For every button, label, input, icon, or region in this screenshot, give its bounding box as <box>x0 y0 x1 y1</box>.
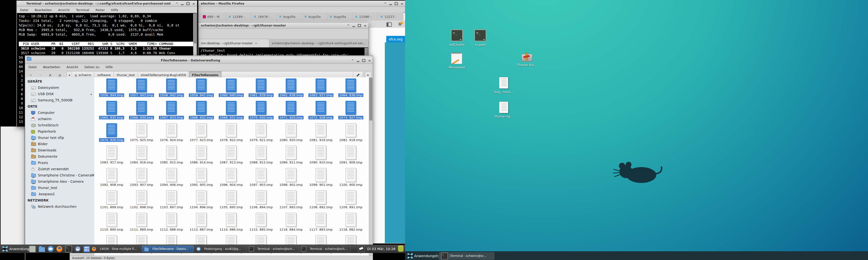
thunar-menubar[interactable]: DateiBearbeitenAnsichtGehen zuHilfe <box>25 64 373 71</box>
menu-item-datei[interactable]: Datei <box>20 8 28 12</box>
maximize-button[interactable] <box>186 2 189 5</box>
file-item-1095-905-tmp[interactable]: 1095. 905.tmp <box>186 168 216 190</box>
close-button[interactable]: × <box>401 2 403 5</box>
show-desktop-launcher-icon[interactable] <box>29 246 36 253</box>
file-item-1105-895-tmp[interactable]: 1105. 895.tmp <box>216 190 246 213</box>
sidebar-item-bilder[interactable]: Bilder <box>25 141 94 147</box>
file-item-1111-889-tmp[interactable]: 1111. 889.tmp <box>127 213 156 235</box>
terminal-tab-bar[interactable]: inn-desktop: ~/git/thunar-master × schwi… <box>198 39 368 48</box>
shade-button[interactable]: ^ <box>384 2 386 5</box>
shade-button[interactable]: ^ <box>176 2 178 5</box>
sidebar-item-thunar-test[interactable]: thunar_test <box>25 185 94 191</box>
browser-tab-bugzilla[interactable]: ×bugzilla <box>277 13 302 21</box>
keepass-launcher-icon[interactable] <box>75 246 81 252</box>
file-item-1115-885-tmp[interactable]: 1115. 885.tmp <box>246 213 276 235</box>
menu-item-terminal[interactable]: Terminal <box>76 8 89 12</box>
file-item-1089-911-tmp[interactable]: 1089. 911.tmp <box>276 146 306 168</box>
sidebar-item-netzwerk-durchsuchen[interactable]: Netzwerk durchsuchen <box>25 203 94 210</box>
file-item-1114-886-tmp[interactable]: 1114. 886.tmp <box>216 213 246 235</box>
browser-tab-12227[interactable]: ×12227 - <box>378 13 403 21</box>
file-item-1093-907-tmp[interactable]: 1093. 907.tmp <box>127 168 156 190</box>
file-item-1061-939-tmp[interactable]: 1061. 939.tmp <box>246 78 276 101</box>
file-item-1062-938-tmp[interactable]: 1062. 938.tmp <box>276 78 306 101</box>
maximize-button[interactable] <box>358 24 361 27</box>
file-item-1058-942-tmp[interactable]: 1058. 942.tmp <box>156 78 186 101</box>
file-item-1086-914-tmp[interactable]: 1086. 914.tmp <box>186 146 216 168</box>
file-item-1079-921-tmp[interactable]: 1079. 921.tmp <box>246 123 276 145</box>
file-item-1063-937-tmp[interactable]: 1063. 937.tmp <box>306 78 336 101</box>
file-item-1070-930-tmp[interactable]: 1070. 930.tmp <box>246 101 276 123</box>
menu-item-hilfe[interactable]: Hilfe <box>111 8 118 12</box>
file-item-1094-906-tmp[interactable]: 1094. 906.tmp <box>156 168 186 190</box>
thunar-sidebar[interactable]: GERÄTEDateisystemUSB DISK▴Samsung_T5_500… <box>25 77 94 253</box>
minimize-button[interactable] <box>181 4 184 5</box>
file-item-1060-940-tmp[interactable]: 1060. 940.tmp <box>216 78 246 101</box>
browser-tab-11589[interactable]: ×11589 - <box>226 13 251 21</box>
sidebar-item-usb-disk[interactable]: USB DISK▴ <box>25 91 94 97</box>
sidebar-item-smartphone-christine-cameramx[interactable]: Smartphone Christine - CameraMX <box>25 172 94 178</box>
sidebar-item-keepass2[interactable]: .keepass2 <box>25 191 94 197</box>
menu-item-hilfe[interactable]: Hilfe <box>105 65 113 69</box>
task-button-terminal-schwinn-sch[interactable]: Terminal - schwinn@sch... <box>247 246 298 252</box>
menu-item-bearbeiten[interactable]: Bearbeiten <box>35 8 52 12</box>
grid-scrollbar[interactable] <box>369 77 373 256</box>
sidebar-item-smartphone-alex-camera[interactable]: Smartphone Alex - Camera <box>25 178 94 185</box>
file-item-1083-917-tmp[interactable]: 1083. 917.tmp <box>97 146 127 168</box>
calculator-launcher-icon[interactable] <box>84 246 90 252</box>
shade-button[interactable]: ^ <box>347 24 350 27</box>
sidebar-panel-icon[interactable] <box>386 23 392 27</box>
browser-tab-kbv-m[interactable]: KBV - M <box>201 13 226 21</box>
thunar-window[interactable]: FilesToRename - Dateiverwaltung ^ × Date… <box>25 55 373 260</box>
desktop-icon-lx-pool[interactable]: lx-pool <box>466 29 495 46</box>
menu-item-bearbeiten[interactable]: Bearbeiten <box>43 65 60 69</box>
menu-item-gehen-zu[interactable]: Gehen zu <box>84 65 99 69</box>
file-item-1057-943-tmp[interactable]: 1057. 943.tmp <box>127 78 156 101</box>
minimize-button[interactable] <box>352 26 355 27</box>
sidebar-item-downloads[interactable]: Downloads <box>25 147 94 153</box>
file-item-1118-882-tmp[interactable]: 1118. 882.tmp <box>336 213 366 235</box>
desktop-icon-thunar-bul[interactable]: Thunar Bul... <box>513 52 541 67</box>
file-item-1106-894-tmp[interactable]: 1106. 894.tmp <box>246 190 276 213</box>
file-grid[interactable]: 1056. 944.tmp1057. 943.tmp1058. 942.tmp1… <box>94 77 369 256</box>
file-item-1072-928-tmp[interactable]: 1072. 928.tmp <box>306 101 336 123</box>
trash-applet-icon[interactable] <box>398 246 404 252</box>
file-item-1067-933-tmp[interactable]: 1067. 933.tmp <box>156 101 186 123</box>
file-item-1065-935-tmp[interactable]: 1065. 935.tmp <box>97 101 127 123</box>
eject-icon[interactable]: ▴ <box>90 92 92 96</box>
right-monitor-desktop[interactable]: aslClusterlx-poolMousepadThunar Bul...bu… <box>405 0 868 260</box>
sidebar-item-zuletzt-verwendet[interactable]: Zuletzt verwendet <box>25 166 94 172</box>
file-item-1103-897-tmp[interactable]: 1103. 897.tmp <box>156 190 186 213</box>
launcher-row[interactable] <box>29 246 90 252</box>
close-button[interactable]: × <box>192 2 195 5</box>
file-item-1097-903-tmp[interactable]: 1097. 903.tmp <box>246 168 276 190</box>
tab-close-icon[interactable]: × <box>368 41 368 45</box>
file-item-1109-891-tmp[interactable]: 1109. 891.tmp <box>336 190 366 213</box>
file-item-1101-899-tmp[interactable]: 1101. 899.tmp <box>97 190 127 213</box>
file-item-1073-927-tmp[interactable]: 1073. 927.tmp <box>336 101 366 123</box>
file-item-1116-884-tmp[interactable]: 1116. 884.tmp <box>276 213 306 235</box>
maximize-button[interactable] <box>362 59 365 62</box>
task-button-14026-slow-multiple-fi[interactable]: 14026 - Slow multiple fi... <box>90 246 141 252</box>
file-item-1098-902-tmp[interactable]: 1098. 902.tmp <box>276 168 306 190</box>
panel-handle[interactable] <box>87 246 88 252</box>
file-item-1080-920-tmp[interactable]: 1080. 920.tmp <box>276 123 306 145</box>
file-item-1056-944-tmp[interactable]: 1056. 944.tmp <box>97 78 127 101</box>
file-item-1096-904-tmp[interactable]: 1096. 904.tmp <box>216 168 246 190</box>
file-item-1066-934-tmp[interactable]: 1066. 934.tmp <box>127 101 156 123</box>
terminal-tab-xfce4-settings[interactable]: schwinn@schwinn-desktop: ~/git/xfce4-set… <box>269 39 368 47</box>
file-item-1104-896-tmp[interactable]: 1104. 896.tmp <box>186 190 216 213</box>
file-item-1102-898-tmp[interactable]: 1102. 898.tmp <box>127 190 156 213</box>
file-item-1107-893-tmp[interactable]: 1107. 893.tmp <box>276 190 306 213</box>
menu-item-ansicht[interactable]: Ansicht <box>58 8 70 12</box>
terminal-titlebar[interactable]: Terminal - schwinn@schwinn-desktop: ~/.c… <box>17 1 197 7</box>
file-item-1087-913-tmp[interactable]: 1087. 913.tmp <box>216 146 246 168</box>
file-item-1108-892-tmp[interactable]: 1108. 892.tmp <box>306 190 336 213</box>
desktop-icon-mousepad[interactable]: Mousepad <box>442 53 471 69</box>
file-item-1084-916-tmp[interactable]: 1084. 916.tmp <box>127 146 156 168</box>
firefox-titlebar[interactable]: election - Mozilla Firefox ^ × <box>198 1 405 7</box>
sidebar-item-dokumente[interactable]: Dokumente <box>25 153 94 160</box>
menu-item-ansicht[interactable]: Ansicht <box>66 65 78 69</box>
sidebar-item-schreibtisch[interactable]: Schreibtisch <box>25 122 94 128</box>
applications-menu-button[interactable]: Anwendungen <box>406 252 440 259</box>
sidebar-item-thunar-test-sftp[interactable]: thunar test sftp <box>25 135 94 141</box>
